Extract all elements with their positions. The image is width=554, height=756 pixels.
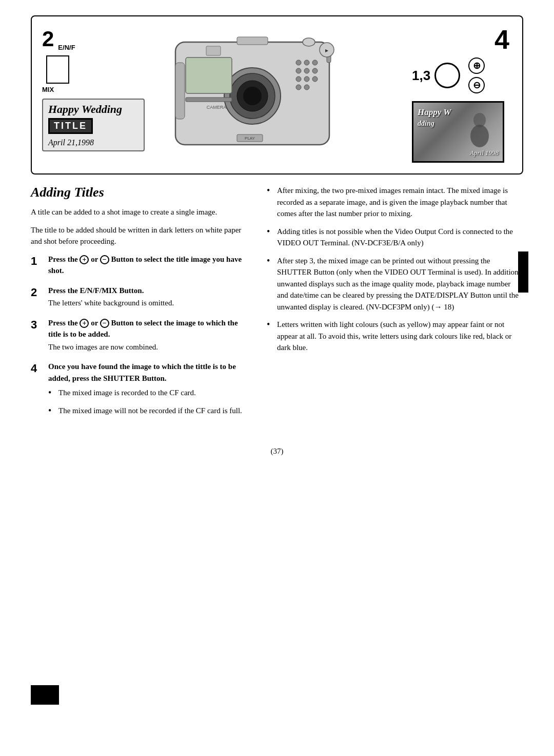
right-bullet-2-text: Adding titles is not possible when the V… xyxy=(277,226,523,249)
step-4-content: Once you have found the image to which t… xyxy=(48,361,246,423)
right-column: • After mixing, the two pre-mixed images… xyxy=(267,185,523,432)
step-3-number: 3 xyxy=(31,318,43,332)
step-4-bullet-2: • The mixed image will not be recorded i… xyxy=(48,405,246,417)
minus-symbol-3: − xyxy=(100,319,109,328)
svg-point-11 xyxy=(304,68,309,73)
right-bullet-4-text: Letters written with light colours (such… xyxy=(277,319,523,354)
title-box: TITLE xyxy=(48,118,93,134)
right-img-happy-text: Happy W dding xyxy=(418,107,451,128)
step-3-main: Press the + or − Button to select the im… xyxy=(48,317,246,340)
right-bullet-4: • Letters written with light colours (su… xyxy=(267,319,523,354)
svg-text:▶: ▶ xyxy=(325,48,329,53)
bullet-dot-2: • xyxy=(48,405,55,417)
svg-point-7 xyxy=(296,60,301,65)
section-title: Adding Titles xyxy=(31,185,246,200)
diagram-step4: 4 xyxy=(412,24,509,55)
svg-point-29 xyxy=(470,125,489,147)
plus-symbol-3: + xyxy=(80,319,89,328)
svg-point-9 xyxy=(312,60,318,65)
right-preview-image: Happy W dding April 1998 xyxy=(412,101,504,163)
right-bullet-dot-1: • xyxy=(267,185,274,197)
diagram-section: 2 E/N/F MIX Happy Wedding TITLE April 21… xyxy=(31,15,523,175)
svg-text:PLAY: PLAY xyxy=(245,136,255,141)
step-4-bullet-2-text: The mixed image will not be recorded if … xyxy=(58,405,242,417)
right-img-date: April 1998 xyxy=(470,149,499,157)
page-number: (37) xyxy=(0,447,554,471)
step-1: 1 Press the + or − Button to select the … xyxy=(31,254,246,277)
mix-box xyxy=(46,55,69,84)
svg-point-13 xyxy=(296,76,301,82)
svg-rect-5 xyxy=(186,57,232,93)
camera-illustration: PLAY ▶ CAMERA xyxy=(145,22,360,165)
diagram-enf-label: E/N/F xyxy=(58,44,75,51)
steps-13-text: 1,3 xyxy=(412,68,430,84)
april-date: April 21,1998 xyxy=(48,138,138,147)
svg-point-8 xyxy=(304,60,309,65)
svg-point-10 xyxy=(296,68,301,73)
intro-para-1: A title can be added to a shot image to … xyxy=(31,206,246,218)
step-4-number: 4 xyxy=(31,362,43,375)
bottom-black-square xyxy=(31,685,59,705)
step-3: 3 Press the + or − Button to select the … xyxy=(31,317,246,353)
circle-large xyxy=(434,63,460,88)
svg-rect-18 xyxy=(206,46,221,55)
svg-point-17 xyxy=(304,85,309,90)
happy-wedding-text: Happy Wedding xyxy=(48,103,138,116)
svg-rect-27 xyxy=(186,98,232,102)
svg-point-15 xyxy=(312,76,318,82)
minus-symbol-1: − xyxy=(100,255,109,264)
step-4: 4 Once you have found the image to which… xyxy=(31,361,246,423)
svg-point-16 xyxy=(296,85,301,90)
main-content: Adding Titles A title can be added to a … xyxy=(31,185,523,432)
step-1-number: 1 xyxy=(31,255,43,268)
black-square-decoration xyxy=(518,251,528,293)
diagram-step2: 2 xyxy=(42,27,54,51)
right-bullet-1: • After mixing, the two pre-mixed images… xyxy=(267,185,523,220)
step-2-main: Press the E/N/F/MIX Button. xyxy=(48,285,246,297)
diagram-right-panel: 4 1,3 ⊕ ⊖ Happy W dding April 1998 xyxy=(412,24,515,163)
plus-btn: ⊕ xyxy=(468,57,485,74)
left-column: Adding Titles A title can be added to a … xyxy=(31,185,246,432)
steps-13-row: 1,3 ⊕ ⊖ xyxy=(412,57,515,93)
step-2: 2 Press the E/N/F/MIX Button. The letter… xyxy=(31,285,246,309)
step-3-sub: The two images are now combined. xyxy=(48,341,246,353)
minus-btn: ⊖ xyxy=(468,77,485,93)
intro-para-2: The title to be added should be written … xyxy=(31,224,246,247)
right-bullet-2: • Adding titles is not possible when the… xyxy=(267,226,523,249)
right-bullet-dot-4: • xyxy=(267,319,274,331)
step-4-bullet-1: • The mixed image is recorded to the CF … xyxy=(48,387,246,399)
step-2-number: 2 xyxy=(31,286,43,299)
step-3-content: Press the + or − Button to select the im… xyxy=(48,317,246,353)
right-bullet-3-text: After step 3, the mixed image can be pri… xyxy=(277,255,523,313)
svg-point-14 xyxy=(304,76,309,82)
camera-display-left: Happy Wedding TITLE April 21,1998 xyxy=(42,99,145,151)
mix-label: MIX xyxy=(42,86,145,93)
svg-rect-21 xyxy=(175,63,185,119)
bullet-dot-1: • xyxy=(48,387,55,399)
svg-point-4 xyxy=(243,87,262,105)
svg-rect-6 xyxy=(237,37,268,45)
step-1-main: Press the + or − Button to select the ti… xyxy=(48,254,246,277)
right-bullet-dot-2: • xyxy=(267,226,274,238)
svg-point-12 xyxy=(312,68,318,73)
step-2-sub: The letters' white background is omitted… xyxy=(48,297,246,309)
plus-minus-col: ⊕ ⊖ xyxy=(468,57,485,93)
svg-text:CAMERA: CAMERA xyxy=(207,105,227,110)
plus-symbol-1: + xyxy=(80,255,89,264)
step-4-main: Once you have found the image to which t… xyxy=(48,361,246,384)
step-2-content: Press the E/N/F/MIX Button. The letters'… xyxy=(48,285,246,309)
step-1-content: Press the + or − Button to select the ti… xyxy=(48,254,246,277)
step-4-bullet-1-text: The mixed image is recorded to the CF ca… xyxy=(58,387,196,399)
right-bullet-dot-3: • xyxy=(267,255,274,267)
svg-point-25 xyxy=(303,38,315,46)
diagram-left-panel: 2 E/N/F MIX Happy Wedding TITLE April 21… xyxy=(42,27,145,151)
right-bullet-1-text: After mixing, the two pre-mixed images r… xyxy=(277,185,523,220)
right-bullet-3: • After step 3, the mixed image can be p… xyxy=(267,255,523,313)
